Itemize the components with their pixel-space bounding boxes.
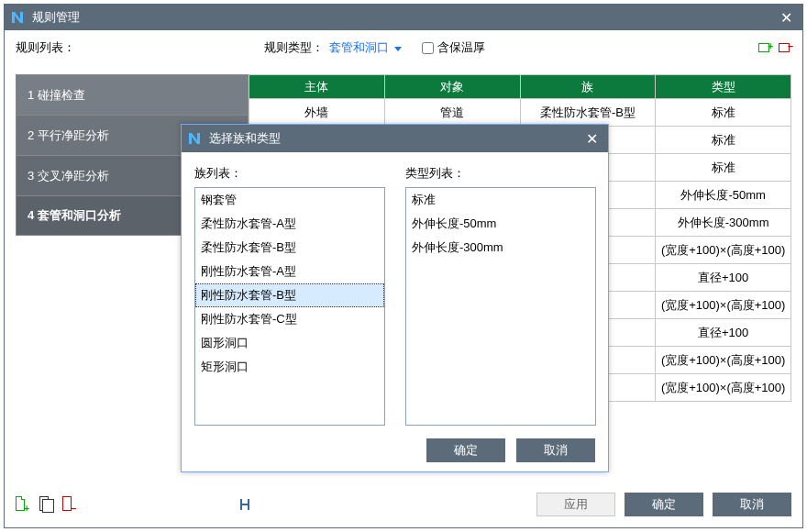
table-row[interactable]: 外墙管道柔性防水套管-B型标准: [249, 99, 791, 127]
type-list-label: 类型列表：: [405, 165, 596, 182]
dialog-ok-button[interactable]: 确定: [426, 438, 505, 462]
include-thickness-checkbox[interactable]: 含保温厚: [422, 39, 485, 56]
include-thickness-label: 含保温厚: [437, 39, 485, 56]
close-icon[interactable]: ✕: [773, 7, 799, 28]
grid-cell[interactable]: (宽度+100)×(高度+100): [656, 292, 791, 319]
grid-cell[interactable]: 外墙: [249, 99, 385, 127]
dialog-close-icon[interactable]: ✕: [579, 128, 604, 149]
titlebar[interactable]: 规则管理 ✕: [5, 5, 802, 30]
grid-cell[interactable]: 直径+100: [656, 264, 791, 292]
list-item[interactable]: 刚性防水套管-C型: [195, 307, 384, 331]
grid-cell[interactable]: 柔性防水套管-B型: [520, 99, 656, 127]
family-list-label: 族列表：: [194, 165, 385, 182]
copy-rule-icon[interactable]: [39, 496, 54, 511]
include-thickness-input[interactable]: [422, 42, 434, 54]
list-item[interactable]: 钢套管: [195, 188, 384, 212]
list-item[interactable]: 标准: [406, 188, 595, 212]
rule-type-select[interactable]: 套管和洞口: [329, 39, 402, 56]
cancel-button[interactable]: 取消: [713, 493, 791, 516]
app-logo-icon: [187, 131, 202, 146]
apply-button[interactable]: 应用: [536, 493, 615, 516]
dialog-body: 族列表： 钢套管柔性防水套管-A型柔性防水套管-B型刚性防水套管-A型刚性防水套…: [182, 152, 608, 433]
delete-rule-icon[interactable]: [62, 496, 77, 511]
dialog-cancel-button[interactable]: 取消: [516, 438, 595, 462]
grid-header: 主体: [249, 75, 385, 99]
delete-row-icon[interactable]: [777, 41, 791, 54]
grid-cell[interactable]: (宽度+100)×(高度+100): [656, 237, 791, 264]
window-title: 规则管理: [32, 9, 80, 26]
new-rule-icon[interactable]: [16, 496, 30, 511]
grid-cell[interactable]: (宽度+100)×(高度+100): [656, 374, 791, 402]
grid-cell[interactable]: 直径+100: [656, 319, 791, 347]
grid-cell[interactable]: 标准: [656, 154, 791, 182]
grid-cell[interactable]: 标准: [656, 127, 791, 154]
dialog-title: 选择族和类型: [209, 130, 281, 147]
sidebar-item-collision[interactable]: 1 碰撞检查: [16, 74, 249, 115]
grid-cell[interactable]: 标准: [656, 99, 791, 127]
grid-cell[interactable]: 外伸长度-300mm: [656, 209, 791, 237]
dialog-titlebar[interactable]: 选择族和类型 ✕: [182, 125, 608, 152]
add-row-icon[interactable]: [757, 41, 771, 54]
list-item[interactable]: 矩形洞口: [195, 355, 384, 379]
rule-type-value: 套管和洞口: [329, 39, 389, 56]
list-item[interactable]: 外伸长度-300mm: [406, 236, 595, 260]
grid-header: 族: [520, 75, 656, 99]
ok-button[interactable]: 确定: [625, 493, 703, 516]
footer: 应用 确定 取消: [16, 491, 791, 518]
grid-cell[interactable]: (宽度+100)×(高度+100): [656, 347, 791, 374]
rule-list-label: 规则列表：: [16, 39, 75, 56]
chevron-down-icon: [394, 41, 402, 55]
list-item[interactable]: 圆形洞口: [195, 331, 384, 355]
list-item[interactable]: 刚性防水套管-A型: [195, 260, 384, 283]
rule-type-label: 规则类型：: [264, 39, 324, 56]
family-listbox[interactable]: 钢套管柔性防水套管-A型柔性防水套管-B型刚性防水套管-A型刚性防水套管-B型刚…: [194, 187, 385, 426]
type-listbox[interactable]: 标准外伸长度-50mm外伸长度-300mm: [405, 187, 596, 426]
grid-cell[interactable]: 管道: [384, 99, 520, 127]
app-logo-icon: [10, 10, 25, 25]
list-item[interactable]: 外伸长度-50mm: [406, 212, 595, 236]
grid-header: 对象: [384, 75, 520, 99]
list-item[interactable]: 刚性防水套管-B型: [195, 283, 384, 307]
list-item[interactable]: 柔性防水套管-B型: [195, 236, 384, 260]
grid-cell[interactable]: 外伸长度-50mm: [656, 182, 791, 209]
grid-header: 类型: [656, 75, 791, 99]
select-family-type-dialog: 选择族和类型 ✕ 族列表： 钢套管柔性防水套管-A型柔性防水套管-B型刚性防水套…: [181, 124, 609, 472]
list-item[interactable]: 柔性防水套管-A型: [195, 212, 384, 236]
top-row: 规则列表： 规则类型： 套管和洞口 含保温厚: [5, 30, 802, 61]
align-icon[interactable]: [238, 498, 251, 511]
